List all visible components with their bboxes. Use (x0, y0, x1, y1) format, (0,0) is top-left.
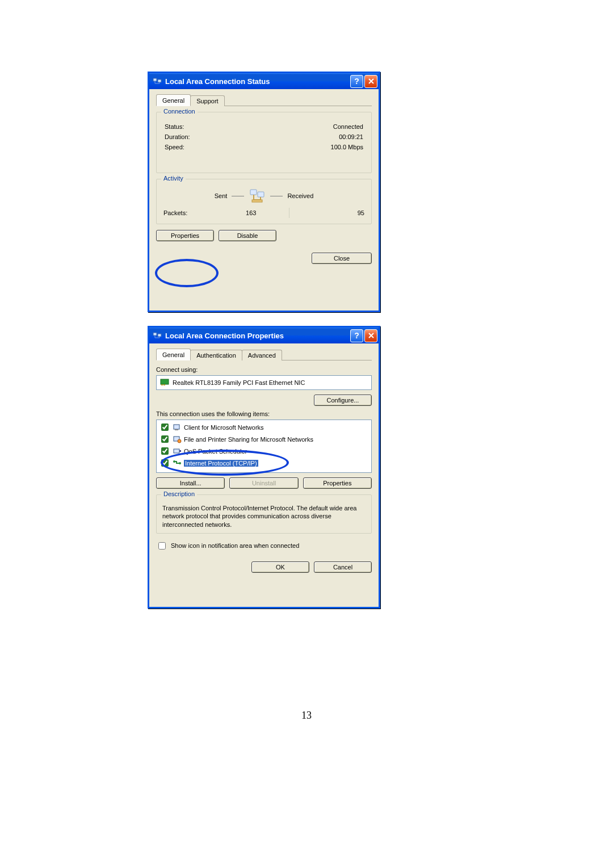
svg-point-23 (179, 462, 181, 464)
status-label: Status: (165, 123, 184, 130)
share-icon (173, 435, 182, 443)
show-icon-row[interactable]: Show icon in notification area when conn… (156, 540, 372, 551)
status-value: Connected (333, 123, 363, 130)
speed-value: 100.0 Mbps (331, 144, 363, 150)
items-listbox[interactable]: Client for Microsoft Networks File and P… (156, 420, 372, 473)
network-status-icon (153, 331, 162, 340)
duration-value: 00:09:21 (339, 133, 363, 140)
svg-rect-13 (161, 379, 169, 384)
list-item[interactable]: QoS Packet Scheduler (158, 445, 370, 457)
props-titlebar[interactable]: Local Area Connection Properties ? (149, 328, 379, 343)
description-text: Transmission Control Protocol/Internet P… (162, 503, 366, 529)
item-label: Internet Protocol (TCP/IP) (184, 460, 258, 467)
list-item[interactable]: Internet Protocol (TCP/IP) (158, 457, 370, 469)
status-dialog: Local Area Connection Status ? General S… (148, 72, 380, 312)
status-titlebar[interactable]: Local Area Connection Status ? (149, 73, 379, 89)
install-button[interactable]: Install... (156, 477, 225, 489)
svg-rect-1 (158, 79, 161, 82)
svg-point-22 (173, 460, 175, 463)
svg-rect-20 (174, 449, 179, 453)
help-button[interactable]: ? (350, 75, 363, 88)
svg-rect-5 (250, 190, 257, 195)
show-icon-label: Show icon in notification area when conn… (171, 542, 299, 549)
adapter-field: Realtek RTL8139 Family PCI Fast Ethernet… (156, 375, 372, 390)
close-button[interactable]: Close (312, 253, 372, 264)
packets-sent: 163 (213, 209, 289, 216)
svg-rect-0 (153, 78, 157, 81)
props-body: General Authentication Advanced Connect … (149, 343, 379, 578)
activity-icon (249, 188, 266, 203)
svg-rect-7 (252, 200, 262, 202)
disable-button[interactable]: Disable (219, 230, 276, 241)
network-status-icon (153, 77, 162, 86)
connect-using-label: Connect using: (156, 366, 372, 373)
list-item[interactable]: File and Printer Sharing for Microsoft N… (158, 433, 370, 445)
svg-point-19 (178, 439, 181, 443)
close-window-button[interactable] (364, 75, 377, 88)
activity-heading: Activity (161, 175, 186, 182)
protocol-icon (173, 459, 182, 467)
connection-heading: Connection (161, 108, 198, 115)
nic-card-icon (160, 378, 169, 387)
svg-rect-15 (163, 384, 165, 385)
tab-general[interactable]: General (156, 349, 191, 360)
status-title: Local Area Connection Status (165, 77, 349, 86)
client-icon (173, 423, 182, 431)
props-tabs: General Authentication Advanced (156, 348, 372, 360)
svg-rect-14 (161, 384, 163, 385)
tab-support[interactable]: Support (190, 95, 225, 106)
sent-label: Sent (215, 192, 228, 199)
list-item[interactable]: Client for Microsoft Networks (158, 421, 370, 433)
status-action-row: Properties Disable (156, 230, 372, 241)
svg-rect-21 (179, 450, 181, 452)
item-label: QoS Packet Scheduler (184, 448, 247, 455)
status-tabs: General Support (156, 94, 372, 106)
cancel-button[interactable]: Cancel (314, 561, 372, 573)
props-title: Local Area Connection Properties (165, 332, 349, 340)
item-properties-button[interactable]: Properties (303, 477, 372, 489)
item-checkbox[interactable] (161, 423, 169, 431)
qos-icon (173, 447, 182, 455)
svg-rect-8 (153, 333, 157, 336)
item-label: File and Printer Sharing for Microsoft N… (184, 436, 313, 443)
packets-label: Packets: (163, 209, 213, 216)
page-number: 13 (0, 710, 613, 722)
packets-received: 95 (289, 209, 365, 216)
tab-general[interactable]: General (156, 94, 191, 106)
show-icon-checkbox[interactable] (158, 542, 166, 550)
uninstall-button: Uninstall (229, 477, 298, 489)
tab-authentication[interactable]: Authentication (190, 350, 242, 360)
properties-dialog: Local Area Connection Properties ? Gener… (148, 326, 380, 609)
ok-button[interactable]: OK (251, 561, 309, 573)
speed-label: Speed: (165, 144, 184, 150)
help-button[interactable]: ? (350, 329, 363, 342)
activity-group: Activity Sent Received Packets: 163 (156, 179, 372, 224)
item-checkbox[interactable] (161, 459, 169, 467)
svg-rect-6 (258, 192, 264, 197)
received-label: Received (287, 192, 313, 199)
description-heading: Description (161, 490, 197, 497)
configure-button[interactable]: Configure... (314, 395, 372, 406)
properties-button[interactable]: Properties (156, 230, 214, 241)
tab-advanced[interactable]: Advanced (242, 350, 282, 360)
items-label: This connection uses the following items… (156, 410, 372, 417)
close-window-button[interactable] (364, 329, 377, 342)
item-label: Client for Microsoft Networks (184, 424, 264, 431)
svg-rect-17 (175, 429, 178, 430)
svg-rect-16 (174, 425, 179, 429)
connection-group: Connection Status: Connected Duration: 0… (156, 112, 372, 173)
duration-label: Duration: (165, 133, 190, 140)
description-group: Description Transmission Control Protoco… (156, 494, 372, 534)
status-body: General Support Connection Status: Conne… (149, 89, 379, 270)
item-checkbox[interactable] (161, 435, 169, 443)
svg-rect-9 (158, 334, 161, 337)
item-checkbox[interactable] (161, 447, 169, 455)
adapter-name: Realtek RTL8139 Family PCI Fast Ethernet… (173, 379, 305, 386)
